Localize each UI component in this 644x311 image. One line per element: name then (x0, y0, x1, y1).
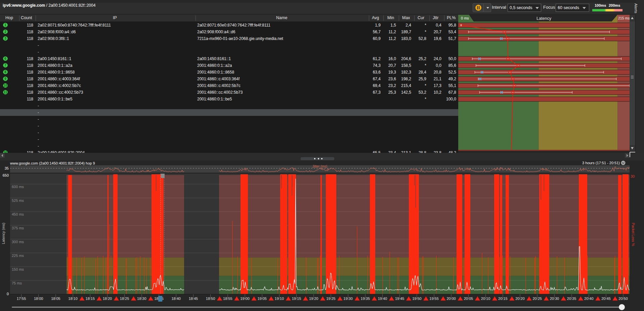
svg-text:18:50: 18:50 (206, 297, 215, 301)
svg-text:19:00: 19:00 (240, 297, 250, 301)
svg-text:20:25: 20:25 (532, 297, 542, 301)
svg-text:19:10: 19:10 (275, 297, 284, 301)
svg-text:19:50: 19:50 (412, 297, 422, 301)
svg-text:30: 30 (631, 174, 635, 178)
svg-text:20:00: 20:00 (446, 297, 456, 301)
svg-text:150 ms: 150 ms (12, 267, 24, 271)
svg-text:20:30: 20:30 (550, 297, 559, 301)
svg-text:17:55: 17:55 (17, 297, 26, 301)
svg-text:18:55: 18:55 (223, 297, 232, 301)
svg-text:19:05: 19:05 (257, 297, 267, 301)
svg-text:20:40: 20:40 (584, 297, 594, 301)
svg-text:Packet Loss %: Packet Loss % (631, 223, 635, 246)
svg-text:Latency (ms): Latency (ms) (1, 223, 5, 244)
svg-text:18:25: 18:25 (120, 297, 129, 301)
svg-text:18:30: 18:30 (137, 297, 146, 301)
svg-text:375 ms: 375 ms (12, 226, 24, 230)
svg-text:20:15: 20:15 (498, 297, 508, 301)
svg-text:19:15: 19:15 (292, 297, 301, 301)
svg-text:19:30: 19:30 (343, 297, 353, 301)
svg-text:19:20: 19:20 (309, 297, 318, 301)
svg-text:20:35: 20:35 (567, 297, 576, 301)
svg-text:20:20: 20:20 (515, 297, 525, 301)
svg-text:18:10: 18:10 (68, 297, 78, 301)
svg-text:18:05: 18:05 (51, 297, 60, 301)
svg-text:450 ms: 450 ms (12, 212, 24, 216)
svg-text:19:45: 19:45 (395, 297, 404, 301)
svg-text:20:05: 20:05 (464, 297, 473, 301)
svg-text:75 ms: 75 ms (12, 281, 22, 285)
svg-text:650: 650 (3, 173, 9, 177)
svg-text:600 ms: 600 ms (12, 185, 24, 189)
svg-text:18:20: 18:20 (103, 297, 112, 301)
svg-text:300 ms: 300 ms (12, 240, 24, 244)
svg-text:19:25: 19:25 (326, 297, 336, 301)
svg-text:20:50: 20:50 (618, 297, 628, 301)
svg-text:18:40: 18:40 (171, 297, 181, 301)
svg-text:19:55: 19:55 (429, 297, 439, 301)
svg-text:20:45: 20:45 (601, 297, 611, 301)
svg-text:Jitter (ms): Jitter (ms) (312, 165, 327, 168)
svg-text:35: 35 (5, 166, 9, 170)
svg-text:19:35: 19:35 (361, 297, 370, 301)
svg-text:225 ms: 225 ms (12, 254, 24, 258)
svg-text:0: 0 (7, 292, 9, 296)
svg-text:18:15: 18:15 (86, 297, 95, 301)
svg-text:18:45: 18:45 (189, 297, 198, 301)
svg-text:525 ms: 525 ms (12, 198, 24, 203)
svg-text:19:40: 19:40 (378, 297, 387, 301)
svg-text:20:10: 20:10 (481, 297, 490, 301)
svg-text:18:00: 18:00 (34, 297, 43, 301)
